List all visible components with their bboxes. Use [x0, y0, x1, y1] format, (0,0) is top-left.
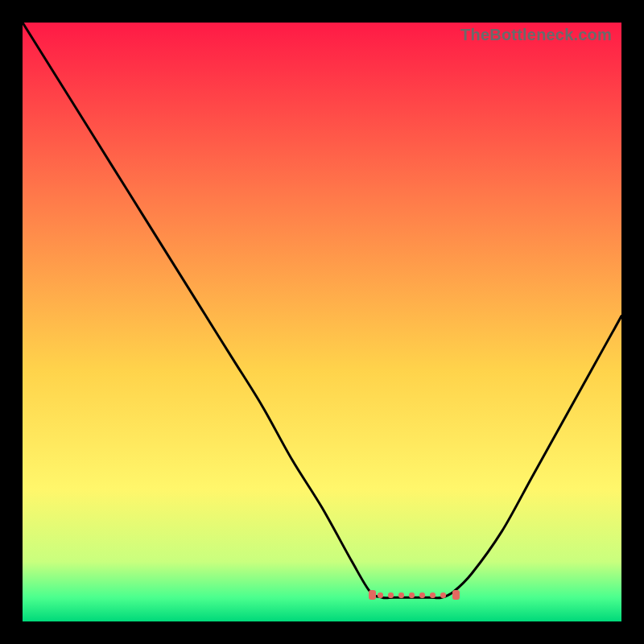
trough-dash: [440, 592, 446, 598]
plot-area: TheBottleneck.com: [23, 23, 621, 621]
bottleneck-curve: [23, 23, 621, 621]
trough-dash: [430, 592, 436, 598]
trough-dash: [409, 592, 415, 598]
trough-dash: [378, 592, 383, 598]
trough-dash: [419, 592, 425, 598]
chart-frame: TheBottleneck.com: [0, 0, 644, 644]
trough-end-marker: [452, 590, 460, 600]
trough-end-marker: [369, 590, 376, 600]
trough-dash: [398, 592, 404, 598]
trough-dash: [388, 592, 394, 598]
watermark-text: TheBottleneck.com: [460, 26, 612, 44]
